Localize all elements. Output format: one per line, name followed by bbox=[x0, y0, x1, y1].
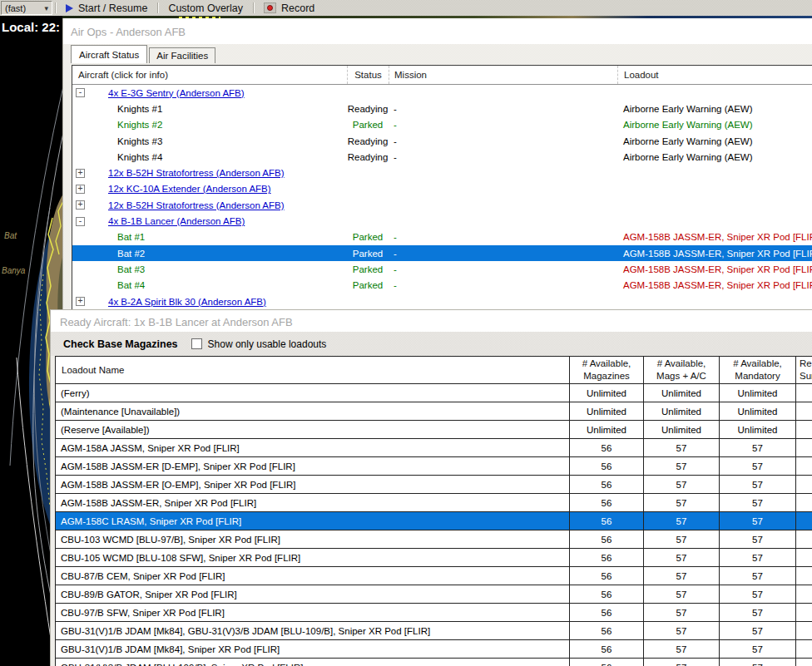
expander-plus-icon[interactable]: + bbox=[76, 169, 85, 178]
aircraft-table: Aircraft (click for info) Status Mission… bbox=[72, 65, 812, 311]
aircraft-name: Bat #2 bbox=[117, 249, 145, 259]
aircraft-rows: -4x E-3G Sentry (Anderson AFB)Knights #1… bbox=[72, 85, 812, 309]
loadout-row[interactable]: CBU-103 WCMD [BLU-97/B], Sniper XR Pod [… bbox=[56, 530, 812, 549]
loadout-value-cell: 56 bbox=[570, 604, 644, 621]
loadout-row[interactable]: (Reserve [Available])UnlimitedUnlimitedU… bbox=[56, 421, 812, 439]
custom-overlay-button[interactable]: Custom Overlay bbox=[161, 0, 250, 16]
aircraft-group-link[interactable]: 4x B-1B Lancer (Anderson AFB) bbox=[108, 216, 245, 226]
aircraft-group-link[interactable]: 12x KC-10A Extender (Anderson AFB) bbox=[108, 184, 271, 194]
aircraft-row[interactable]: Knights #3Readying-Airborne Early Warnin… bbox=[72, 133, 812, 149]
aircraft-name-cell: -4x E-3G Sentry (Anderson AFB) bbox=[72, 85, 347, 101]
expander-plus-icon[interactable]: + bbox=[76, 297, 85, 306]
loadout-value-cell: 57 bbox=[644, 457, 720, 475]
aircraft-name: Knights #4 bbox=[117, 152, 162, 162]
aircraft-group-link[interactable]: 4x B-2A Spirit Blk 30 (Anderson AFB) bbox=[108, 297, 266, 307]
ready-aircraft-dialog: Ready Aircraft: 1x B-1B Lancer at Anders… bbox=[50, 309, 812, 666]
aircraft-name-cell: Knights #1 bbox=[72, 101, 347, 116]
loadout-extra-cell bbox=[796, 530, 812, 548]
loadout-row[interactable]: AGM-158A JASSM, Sniper XR Pod [FLIR]5657… bbox=[56, 439, 812, 457]
time-compression-select[interactable]: (fast) ▾ bbox=[1, 1, 52, 15]
expander-plus-icon[interactable]: + bbox=[76, 185, 85, 194]
loadout-cell: AGM-158B JASSM-ER, Sniper XR Pod [FLIR] bbox=[617, 264, 812, 274]
mission-cell: - bbox=[389, 120, 617, 130]
expander-minus-icon[interactable]: - bbox=[76, 217, 85, 226]
aircraft-group-row[interactable]: +12x B-52H Stratofortress (Anderson AFB) bbox=[72, 165, 812, 180]
loadout-row[interactable]: AGM-158B JASSM-ER [O-EMP], Sniper XR Pod… bbox=[56, 476, 812, 494]
aircraft-group-link[interactable]: 4x E-3G Sentry (Anderson AFB) bbox=[108, 88, 245, 98]
col-aircraft: Aircraft (click for info) bbox=[72, 66, 347, 84]
aircraft-row[interactable]: Bat #3Parked-AGM-158B JASSM-ER, Sniper X… bbox=[72, 261, 812, 277]
aircraft-name-cell: +4x B-2A Spirit Blk 30 (Anderson AFB) bbox=[72, 294, 347, 309]
loadout-value-cell: 57 bbox=[644, 530, 720, 548]
tab-air-facilities[interactable]: Air Facilities bbox=[149, 47, 215, 63]
aircraft-name: Knights #3 bbox=[117, 136, 162, 146]
loadout-cell: Airborne Early Warning (AEW) bbox=[617, 120, 812, 130]
aircraft-row[interactable]: Knights #4Readying-Airborne Early Warnin… bbox=[72, 149, 812, 165]
air-ops-title: Air Ops - Anderson AFB bbox=[63, 18, 812, 44]
aircraft-group-row[interactable]: -4x E-3G Sentry (Anderson AFB) bbox=[72, 85, 812, 101]
expander-plus-icon[interactable]: + bbox=[76, 200, 85, 210]
expander-minus-icon[interactable]: - bbox=[76, 88, 85, 97]
loadout-name-cell: AGM-158B JASSM-ER [O-EMP], Sniper XR Pod… bbox=[56, 476, 570, 493]
aircraft-name: Bat #1 bbox=[117, 232, 145, 242]
aircraft-group-row[interactable]: +4x B-2A Spirit Blk 30 (Anderson AFB) bbox=[72, 294, 812, 309]
aircraft-name-cell: Bat #3 bbox=[72, 261, 347, 277]
aircraft-name-cell: +12x B-52H Stratofortress (Anderson AFB) bbox=[72, 197, 347, 213]
aircraft-group-row[interactable]: +12x B-52H Stratofortress (Anderson AFB) bbox=[72, 197, 812, 213]
loadout-col-header: ReSur bbox=[796, 357, 812, 383]
loadout-table: Loadout Name# Available,Magazines# Avail… bbox=[55, 356, 812, 666]
status-cell: Parked bbox=[347, 120, 389, 130]
loadout-row[interactable]: CBU-105 WCMD [BLU-108 SFW], Sniper XR Po… bbox=[56, 549, 812, 567]
aircraft-group-row[interactable]: +12x KC-10A Extender (Anderson AFB) bbox=[72, 181, 812, 197]
loadout-row[interactable]: GBU-31(V)3/B JDAM [BLU-109/B], Sniper XR… bbox=[56, 659, 812, 666]
loadout-row[interactable]: GBU-31(V)1/B JDAM [Mk84], Sniper XR Pod … bbox=[56, 640, 812, 659]
aircraft-name: Knights #2 bbox=[117, 120, 162, 130]
loadout-row[interactable]: AGM-158B JASSM-ER [D-EMP], Sniper XR Pod… bbox=[56, 457, 812, 476]
loadout-row[interactable]: (Ferry)UnlimitedUnlimitedUnlimited bbox=[56, 384, 812, 402]
loadout-extra-cell bbox=[796, 494, 812, 511]
aircraft-group-link[interactable]: 12x B-52H Stratofortress (Anderson AFB) bbox=[108, 168, 285, 178]
aircraft-row[interactable]: Bat #1Parked-AGM-158B JASSM-ER, Sniper X… bbox=[72, 229, 812, 245]
loadout-cell: AGM-158B JASSM-ER, Sniper XR Pod [FLIR] bbox=[617, 280, 812, 290]
loadout-value-cell: 57 bbox=[644, 585, 720, 603]
toolbar-separator bbox=[157, 2, 158, 13]
loadout-extra-cell bbox=[796, 476, 812, 493]
aircraft-group-row[interactable]: -4x B-1B Lancer (Anderson AFB) bbox=[72, 213, 812, 229]
loadout-row[interactable]: (Maintenance [Unavailable])UnlimitedUnli… bbox=[56, 402, 812, 421]
local-time-label: Local: 22: bbox=[2, 20, 60, 34]
mission-cell: - bbox=[389, 152, 617, 162]
loadout-extra-cell bbox=[796, 604, 812, 621]
aircraft-row[interactable]: Knights #2Parked-Airborne Early Warning … bbox=[72, 117, 812, 133]
chevron-down-icon: ▾ bbox=[44, 4, 48, 12]
aircraft-row[interactable]: Bat #2Parked-AGM-158B JASSM-ER, Sniper X… bbox=[72, 245, 812, 261]
loadout-header: Loadout Name# Available,Magazines# Avail… bbox=[56, 357, 812, 384]
start-resume-button[interactable]: Start / Resume bbox=[58, 0, 155, 16]
aircraft-row[interactable]: Bat #4Parked-AGM-158B JASSM-ER, Sniper X… bbox=[72, 278, 812, 294]
aircraft-name-cell: Bat #4 bbox=[72, 278, 347, 294]
loadout-row[interactable]: CBU-97/B SFW, Sniper XR Pod [FLIR]565757 bbox=[56, 604, 812, 622]
loadout-name-cell: AGM-158B JASSM-ER [D-EMP], Sniper XR Pod… bbox=[56, 457, 570, 475]
mission-cell: - bbox=[389, 264, 617, 274]
show-usable-checkbox[interactable] bbox=[191, 338, 202, 349]
loadout-row[interactable]: GBU-31(V)1/B JDAM [Mk84], GBU-31(V)3/B J… bbox=[56, 622, 812, 640]
loadout-row[interactable]: CBU-89/B GATOR, Sniper XR Pod [FLIR]5657… bbox=[56, 585, 812, 604]
loadout-name-cell: AGM-158A JASSM, Sniper XR Pod [FLIR] bbox=[56, 439, 570, 456]
loadout-row[interactable]: AGM-158B JASSM-ER, Sniper XR Pod [FLIR]5… bbox=[56, 494, 812, 512]
loadout-value-cell: 57 bbox=[720, 476, 796, 493]
mission-cell: - bbox=[389, 249, 617, 259]
loadout-extra-cell bbox=[796, 549, 812, 566]
check-base-magazines-button[interactable]: Check Base Magazines bbox=[63, 338, 178, 350]
loadout-row[interactable]: CBU-87/B CEM, Sniper XR Pod [FLIR]565757 bbox=[56, 567, 812, 585]
loadout-col-header: Loadout Name bbox=[56, 357, 570, 383]
aircraft-row[interactable]: Knights #1Readying-Airborne Early Warnin… bbox=[72, 101, 812, 116]
show-usable-label[interactable]: Show only usable loadouts bbox=[208, 338, 327, 350]
loadout-value-cell: Unlimited bbox=[644, 384, 720, 402]
loadout-row[interactable]: AGM-158C LRASM, Sniper XR Pod [FLIR]5657… bbox=[56, 512, 812, 530]
loadout-value-cell: 57 bbox=[720, 512, 796, 530]
record-button[interactable]: Record bbox=[256, 0, 322, 16]
loadout-name-cell: GBU-31(V)1/B JDAM [Mk84], GBU-31(V)3/B J… bbox=[56, 622, 570, 639]
aircraft-group-link[interactable]: 12x B-52H Stratofortress (Anderson AFB) bbox=[108, 200, 285, 210]
tab-aircraft-status[interactable]: Aircraft Status bbox=[71, 45, 147, 63]
loadout-cell: Airborne Early Warning (AEW) bbox=[617, 104, 812, 114]
loadout-value-cell: Unlimited bbox=[720, 421, 796, 438]
